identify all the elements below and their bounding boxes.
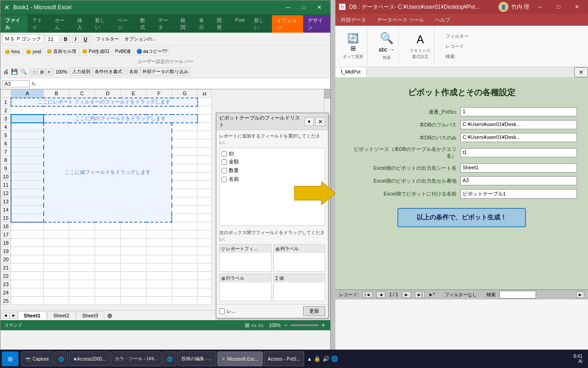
taskbar-capture[interactable]: 📷 Capture (21, 351, 53, 366)
col-D[interactable]: D (95, 90, 121, 98)
font-size-selector[interactable]: 11 (45, 35, 59, 43)
bold-button[interactable]: B (61, 35, 70, 43)
tray-up-arrow[interactable]: ▲ (307, 356, 312, 362)
field-value-2[interactable]: C:¥Users¥user01¥Desk... (460, 133, 577, 142)
access-tab-db-tools[interactable]: データベース ツール (372, 15, 430, 26)
cell-A3[interactable] (11, 115, 44, 123)
access-minimize-btn[interactable]: ─ (533, 0, 548, 14)
maximize-button[interactable]: □ (296, 0, 311, 14)
field-value-4[interactable]: Sheet1 (460, 163, 577, 172)
pivot-panel-menu[interactable]: ▼ (305, 117, 314, 126)
field-checkbox-id[interactable] (221, 151, 227, 156)
next-sheet-btn[interactable]: ► (10, 312, 18, 319)
underline-button[interactable]: U (81, 35, 90, 43)
taskbar-access-pvt[interactable]: Access - PvtS... (264, 351, 305, 366)
close-button[interactable]: ✕ (312, 0, 327, 14)
minimize-button[interactable]: ─ (281, 0, 295, 14)
tool-icon-5[interactable]: ⊞ (38, 69, 45, 75)
scroll-right-btn[interactable]: ► (576, 291, 584, 298)
zoom-slider[interactable] (291, 324, 318, 326)
taskbar-app3[interactable]: 🌐 (163, 351, 176, 366)
field-checkbox-qty[interactable] (221, 168, 227, 173)
ymd-btn[interactable]: 😊 ymd (23, 48, 44, 55)
form-close-button[interactable]: ✕ (574, 67, 588, 77)
search-input-status[interactable] (499, 291, 536, 299)
zoom-minus[interactable]: － (283, 321, 289, 329)
sheet-tab-2[interactable]: Sheet2 (47, 311, 75, 319)
prev-cell-btn[interactable]: 😊 直前セル理 (44, 47, 79, 56)
tab-view[interactable]: 表示 (194, 15, 212, 33)
field-value-3[interactable]: t1 (460, 148, 577, 157)
pvt-create-btn[interactable]: 😊 Pvt生成01 (79, 47, 112, 56)
field-checkbox-amount[interactable] (221, 159, 227, 165)
new-record-btn[interactable]: ►* (429, 292, 435, 297)
tool-icon-4[interactable]: □ (31, 69, 38, 75)
field-value-6[interactable]: ピボットテーブル1 (460, 189, 577, 199)
cell-A2[interactable] (11, 106, 44, 115)
cell-H4[interactable] (198, 123, 212, 131)
zoom-plus[interactable]: ＋ (320, 321, 327, 329)
view-icon-1[interactable]: ⊞ (245, 322, 249, 328)
value-area[interactable]: Σ 値 (273, 274, 326, 301)
name-box-small[interactable]: 名前 (127, 68, 140, 76)
tab-design[interactable]: デザイン (303, 15, 330, 33)
form-tab-midpvt[interactable]: f_MidPvt (335, 67, 367, 77)
tab-pow[interactable]: Pow (230, 15, 249, 33)
add-sheet-btn[interactable]: ⊕ (107, 312, 113, 319)
col-B[interactable]: B (44, 90, 69, 98)
tool-icon-3[interactable]: 🔍 (19, 68, 28, 75)
tool-icon-2[interactable]: 💾 (10, 68, 19, 75)
scrollbar-thumb[interactable] (324, 89, 330, 98)
font-name-selector[interactable]: ＭＳ Ｐゴシック (2, 34, 44, 43)
start-button[interactable]: ⊞ (2, 351, 18, 366)
taskbar-excel[interactable]: ✕ Microsoft Exc... (217, 351, 262, 366)
access-maximize-btn[interactable]: □ (551, 0, 566, 14)
taskbar-app2[interactable]: 🌐 (54, 351, 68, 366)
update-button[interactable]: 更新 (303, 306, 325, 316)
nav-prev-btn[interactable]: ◄ (376, 291, 385, 298)
cell-H1[interactable] (198, 98, 212, 106)
field-checkbox-name[interactable] (221, 177, 227, 182)
taskbar-post-edit[interactable]: 投稿の編集 - ... (177, 351, 216, 366)
tab-new2[interactable]: 新しい (249, 15, 272, 33)
nav-last-btn[interactable]: ►| (415, 291, 425, 298)
cell-H3[interactable] (198, 115, 212, 123)
tool-icon-6[interactable]: ≡ (46, 69, 52, 75)
col-G[interactable]: G (172, 90, 198, 98)
cell-B2[interactable] (44, 106, 198, 115)
report-filter-area[interactable]: ▽ レポートフィ... (219, 244, 271, 272)
access-tab-external[interactable]: 外部データ (335, 15, 372, 26)
col-C[interactable]: C (69, 90, 95, 98)
tab-review[interactable]: 校閲 (176, 15, 194, 33)
cell-B3[interactable]: ここに列のフィールドをドラッグします (44, 115, 198, 123)
cell-A4-rowlabel[interactable] (11, 123, 44, 131)
defer-checkbox[interactable] (219, 308, 225, 314)
generate-pivot-button[interactable]: 以上の条件で、ピボット生成！ (397, 208, 526, 227)
view-icon-3[interactable]: ▭ (258, 322, 263, 328)
prev-sheet-btn[interactable]: ◄ (1, 312, 10, 319)
name-box[interactable] (2, 80, 30, 87)
input-rules-btn[interactable]: 入力規則 (70, 68, 92, 76)
field-value-5[interactable]: A3 (460, 176, 577, 185)
tab-dev[interactable]: 開発 (212, 15, 230, 33)
ext-data-btn[interactable]: 外部データの取り込み (141, 68, 190, 76)
tool-icon-1[interactable]: 🖨 (2, 68, 10, 75)
col-label-area[interactable]: ⊞ 列ラベル (273, 244, 326, 272)
tab-options[interactable]: オプション (272, 15, 303, 33)
cell-value-area[interactable]: ここに値フィールドをドラッグします (44, 123, 172, 222)
col-H[interactable]: H (198, 90, 212, 98)
row-label-area[interactable]: ⊞ 行ラベル (219, 274, 271, 301)
col-E[interactable]: E (120, 90, 146, 98)
tab-file[interactable]: ファイル (0, 15, 28, 33)
taskbar-access2000[interactable]: ★Access2000... (69, 351, 110, 366)
conditional-btn[interactable]: 条件付き書式 (93, 68, 124, 76)
tab-page[interactable]: ページ (113, 15, 136, 33)
col-A[interactable]: A (11, 90, 44, 98)
field-value-0[interactable]: 1 (460, 107, 577, 116)
aa-copy-btn[interactable]: 🔵 aaコピー?? (134, 47, 170, 56)
sheet-tab-1[interactable]: Sheet1 (18, 311, 46, 319)
col-F[interactable]: F (146, 90, 172, 98)
italic-button[interactable]: I (72, 35, 79, 43)
pvt-related-btn[interactable]: Pvt関連 (113, 47, 133, 56)
cell-A1[interactable]: ここにレポート フィルターのフィールドをドラッグします (11, 98, 198, 106)
